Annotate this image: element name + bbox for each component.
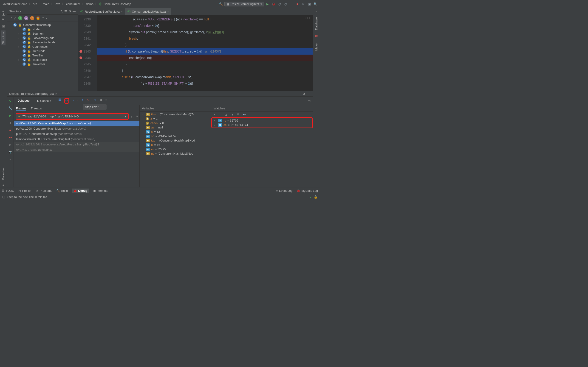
run-to-cursor-icon[interactable]: →I [92, 98, 96, 104]
sort-alpha-icon[interactable]: ↓ᵃ [9, 17, 12, 20]
tree-node[interactable]: ›C🔒TreeBin [8, 53, 77, 58]
variable-row[interactable]: ›☰this = {ConcurrentHashMap@74 [141, 112, 210, 117]
filter-frames-icon[interactable]: ▼ [136, 115, 138, 118]
problems-tab[interactable]: ⚠ Problems [36, 189, 52, 192]
frames-tab[interactable]: Frames [16, 107, 26, 110]
frame-row[interactable]: put:1027, ConcurrentHashMap (concurrent.… [14, 131, 139, 136]
profile-icon[interactable]: ◷ [283, 2, 288, 7]
gear-icon[interactable]: ⚙ [303, 92, 305, 95]
hammer-icon[interactable]: 🔨 [218, 2, 224, 7]
mybatis-log-tab[interactable]: 🐞 MyBatis Log [296, 189, 318, 192]
next-frame-icon[interactable]: ↓ [133, 115, 135, 118]
close-icon[interactable]: × [121, 10, 123, 13]
code-body[interactable]: OFF sc == rs + MAX_RESIZERS || (nt = nex… [97, 15, 313, 91]
gear-icon[interactable]: ⚙ [69, 10, 71, 13]
add-watch-icon[interactable]: + [214, 113, 216, 116]
variable-row[interactable]: ☰as = null [141, 125, 210, 130]
event-log-tab[interactable]: ○ Event Log [276, 189, 292, 192]
todo-tab[interactable]: ☰ TODO [2, 189, 14, 192]
drop-frame-icon[interactable]: ✕ [86, 98, 89, 104]
close-icon[interactable]: × [167, 10, 169, 13]
variable-row[interactable]: pcheck = 0 [141, 121, 210, 125]
stop-icon[interactable]: ■ [295, 2, 300, 7]
close-icon[interactable]: × [55, 92, 57, 95]
tree-node[interactable]: ›C🔒ForwardingNode [8, 36, 77, 40]
step-into-icon[interactable]: ↓ [72, 98, 74, 104]
bc-src[interactable]: src [33, 2, 37, 6]
variable-row[interactable]: 01rs = 32795 [141, 147, 210, 151]
stop-icon[interactable]: ■ [8, 128, 13, 132]
minimize-icon[interactable]: — [308, 92, 311, 95]
watch-row[interactable]: ›01rs = 32795 [213, 118, 311, 123]
frame-row[interactable]: addCount:2343, ConcurrentHashMap (concur… [14, 121, 139, 126]
frame-row[interactable]: run:-1, 1638215613 (concurrent.demo.Resi… [14, 142, 139, 147]
inspection-off-badge[interactable]: OFF [305, 17, 311, 20]
coverage-icon[interactable]: ◔ [277, 2, 282, 7]
debug-tab[interactable]: 🐞 Debug [72, 189, 89, 193]
variable-row[interactable]: ›☰tab = {ConcurrentHashMap$Nod [141, 138, 210, 143]
layout-icon[interactable]: ▤ [308, 99, 311, 102]
vcs-status-icon[interactable]: V [309, 195, 311, 199]
database-icon[interactable]: ≡ [316, 10, 317, 13]
camera-icon[interactable]: 📷 [8, 150, 13, 154]
up-icon[interactable]: ▲ [225, 113, 228, 116]
filter-icon[interactable]: ☰ [64, 10, 67, 13]
status-icon[interactable]: ▢ [2, 195, 5, 199]
frames-icon[interactable]: ☰ [58, 98, 61, 104]
tree-node[interactable]: ›C🔒TreeNode [8, 49, 77, 53]
search-icon[interactable]: 🔍 [313, 2, 318, 7]
folder-icon[interactable]: ▣ [2, 24, 5, 28]
tree-root[interactable]: ˅C🔒 ConcurrentHashMap [8, 23, 77, 27]
filter-field-icon[interactable]: f [30, 16, 34, 20]
step-out-icon[interactable]: ↑ [82, 98, 83, 104]
bc-pkg1[interactable]: concurrent [66, 2, 80, 6]
tab-resizestamp[interactable]: Ⓒ ResizeStampBugTest.java × [78, 8, 125, 15]
tree-node[interactable]: ›C🔒Traverser [8, 62, 77, 66]
frame-row[interactable]: lambda$main$0:8, ResizeStampBugTest (con… [14, 136, 139, 142]
thread-selector-highlighted[interactable]: ✔ "Thread-12"@664 i…up "main": RUNNING ▾ [16, 113, 129, 120]
tab-concurrenthashmap[interactable]: Ⓒ ConcurrentHashMap.java × [125, 8, 171, 15]
debug-icon[interactable]: 🐞 [271, 2, 276, 7]
frame-row[interactable]: run:748, Thread (java.lang) [14, 147, 139, 152]
bc-class[interactable]: ConcurrentHashMap [104, 2, 131, 6]
sort-icon[interactable]: ⇅ [61, 10, 63, 13]
sort-alpha2-icon[interactable]: ↓ᶻ [14, 17, 17, 20]
debug-config[interactable]: ▦ ResizeStampBugTest × [21, 92, 57, 95]
fork-icon[interactable]: ⑂ [42, 17, 44, 20]
bc-java[interactable]: java [55, 2, 61, 6]
tree-node[interactable]: ›C🔒ReservationNode [8, 40, 77, 44]
more-icon[interactable]: » [8, 157, 13, 162]
step-over-button-highlighted[interactable]: ↷ [64, 98, 69, 104]
glasses-icon[interactable]: 👓 [242, 113, 246, 116]
code-editor[interactable]: 2338233923402341234223432344234523462347… [78, 15, 313, 91]
lock-status-icon[interactable]: 🔒 [314, 195, 317, 199]
tree-node[interactable]: ›C🔒Node [8, 27, 77, 31]
breakpoints-icon[interactable]: ●● [8, 135, 13, 140]
tab-project[interactable]: Project [1, 10, 6, 22]
force-step-into-icon[interactable]: ↓ [77, 98, 79, 104]
threads-tab[interactable]: Threads [31, 107, 42, 110]
pause-icon[interactable]: ⏸ [8, 120, 13, 125]
copy-icon[interactable]: ⧉ [237, 113, 239, 116]
tree-node[interactable]: ›C🔒Segment [8, 31, 77, 36]
vcs-icon[interactable]: ⎘ [301, 2, 306, 7]
terminal-tab[interactable]: ▣ Terminal [93, 189, 108, 192]
tree-node[interactable]: ›C🔒CounterCell [8, 44, 77, 49]
profiler-tab[interactable]: ◷ Profiler [18, 189, 32, 192]
remove-watch-icon[interactable]: — [219, 113, 222, 116]
minimize-icon[interactable]: — [73, 10, 76, 13]
frame-row[interactable]: putVal:1098, ConcurrentHashMap (concurre… [14, 126, 139, 131]
tab-database[interactable]: Database [314, 16, 319, 31]
variable-row[interactable]: 01n = 16 [141, 143, 210, 147]
tab-favorites[interactable]: Favorites [1, 166, 6, 181]
rerun-icon[interactable]: ↻ [8, 98, 13, 103]
gutter[interactable]: 2338233923402341234223432344234523462347… [78, 15, 93, 91]
build-tab[interactable]: 🔨 Build [56, 189, 68, 192]
mute-breakpoints-icon[interactable]: ⊘ [8, 142, 13, 147]
variable-row[interactable]: px = 1 [141, 117, 210, 121]
bc-project[interactable]: Java8SourceDemo [2, 2, 27, 6]
play-icon[interactable]: ▶ [265, 2, 270, 7]
run-config-selector[interactable]: ▦ ResizeStampBugTest ▾ [225, 2, 264, 6]
debugger-tab[interactable]: Debugger [16, 98, 32, 103]
down-icon[interactable]: ▼ [231, 113, 234, 116]
